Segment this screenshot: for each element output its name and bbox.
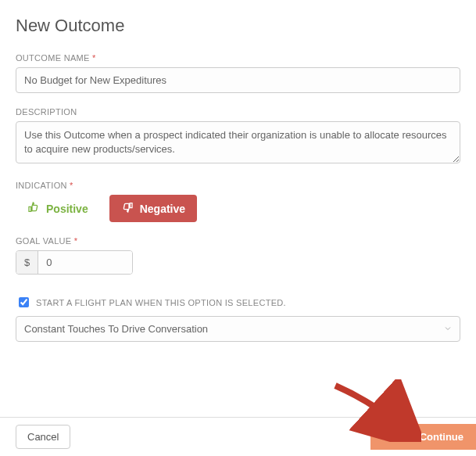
currency-prefix: $ — [16, 251, 38, 274]
indication-negative-button[interactable]: Negative — [109, 195, 197, 222]
save-continue-button[interactable]: Save & Continue — [370, 424, 476, 450]
flight-plan-select[interactable]: Constant Touches To Drive Conversation — [16, 316, 460, 342]
page-title: New Outcome — [16, 16, 460, 36]
cancel-button[interactable]: Cancel — [16, 425, 70, 449]
outcome-name-label: OUTCOME NAME * — [16, 53, 460, 63]
description-label: DESCRIPTION — [16, 107, 460, 117]
flight-plan-checkbox-label: START A FLIGHT PLAN WHEN THIS OPTION IS … — [36, 298, 286, 307]
flight-plan-checkbox-row[interactable]: START A FLIGHT PLAN WHEN THIS OPTION IS … — [16, 295, 460, 310]
goal-value-group: GOAL VALUE * $ — [16, 236, 460, 275]
goal-value-label: GOAL VALUE * — [16, 236, 460, 246]
indication-group: INDICATION * Positive Negative — [16, 181, 460, 222]
flight-plan-checkbox[interactable] — [19, 297, 29, 307]
indication-positive-button[interactable]: Positive — [16, 195, 100, 222]
indication-label: INDICATION * — [16, 181, 460, 190]
description-group: DESCRIPTION — [16, 107, 460, 167]
goal-value-input[interactable] — [38, 251, 132, 274]
thumbs-up-icon — [27, 201, 40, 216]
outcome-name-group: OUTCOME NAME * — [16, 53, 460, 93]
description-textarea[interactable] — [16, 121, 460, 163]
dialog-footer: Cancel Save & Continue — [0, 417, 476, 456]
thumbs-down-icon — [121, 201, 134, 216]
flight-plan-group: START A FLIGHT PLAN WHEN THIS OPTION IS … — [16, 295, 460, 342]
outcome-name-input[interactable] — [16, 67, 460, 93]
